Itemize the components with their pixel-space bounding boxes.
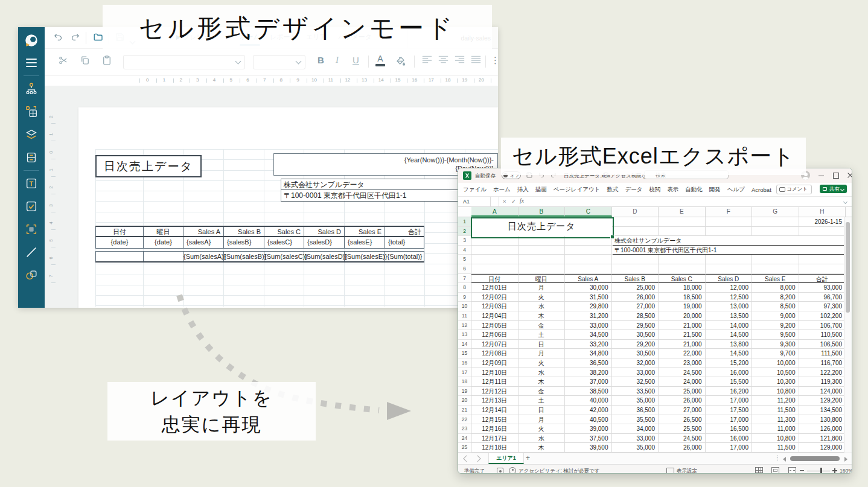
- sheet-cell[interactable]: [706, 227, 753, 237]
- sheet-cell[interactable]: 12月09日: [471, 358, 519, 368]
- sheet-cell[interactable]: 24,500: [659, 434, 706, 444]
- sheet-cell[interactable]: [519, 264, 566, 274]
- sheet-cell[interactable]: 38,500: [565, 387, 612, 396]
- designer-report-cell[interactable]: {Sum(salesC)}: [264, 252, 304, 261]
- sheet-cell[interactable]: 水: [519, 302, 566, 311]
- designer-report-cell[interactable]: {salesE}: [344, 237, 385, 248]
- sheet-cell[interactable]: 12月13日: [471, 396, 519, 406]
- sheet-cell[interactable]: 14,500: [706, 349, 753, 358]
- row-number[interactable]: 2: [458, 227, 471, 237]
- ribbon-tab-3[interactable]: 挿入: [517, 186, 529, 194]
- designer-report-cell[interactable]: Sales C: [264, 227, 304, 236]
- sheet-cell[interactable]: 12月14日: [471, 406, 519, 415]
- sheet-cell[interactable]: 126,000: [799, 424, 846, 434]
- designer-report-cell[interactable]: {Sum(salesB)}: [223, 252, 264, 261]
- sheet-cell[interactable]: 35,000: [612, 443, 659, 453]
- sheet-cell[interactable]: 93,000: [799, 283, 846, 293]
- row-number[interactable]: 15: [458, 349, 471, 358]
- sheet-cell[interactable]: 97,300: [799, 302, 846, 311]
- sheet-cell[interactable]: [659, 217, 706, 227]
- sheet-cell[interactable]: [471, 246, 519, 255]
- display-settings-label[interactable]: 表示設定: [677, 468, 697, 474]
- sheet-cell[interactable]: 火: [519, 358, 566, 368]
- sheet-cell[interactable]: 13,800: [706, 340, 753, 349]
- align-left-icon[interactable]: [422, 55, 432, 66]
- sheet-cell[interactable]: 火: [519, 293, 566, 302]
- zoom-slider[interactable]: [807, 471, 830, 471]
- sheet-cell[interactable]: 26,000: [659, 443, 706, 453]
- font-size-select[interactable]: [253, 55, 305, 69]
- ribbon-tab-10[interactable]: 自動化: [685, 186, 703, 194]
- sheet-cell[interactable]: 11,500: [752, 443, 799, 453]
- sheet-cell[interactable]: 40,500: [565, 415, 612, 425]
- row-number[interactable]: 4: [458, 246, 471, 255]
- ribbon-tab-8[interactable]: 校閲: [649, 186, 660, 194]
- designer-report-cell[interactable]: {salesD}: [304, 237, 344, 248]
- designer-report-cell[interactable]: Sales B: [223, 227, 264, 236]
- sheet-cell[interactable]: 110,500: [799, 330, 846, 340]
- ribbon-tab-7[interactable]: データ: [625, 186, 642, 194]
- sheet-cell[interactable]: 30,500: [612, 349, 659, 358]
- row-number[interactable]: 25: [458, 443, 471, 453]
- sheet-cell[interactable]: 12月04日: [471, 311, 519, 321]
- sheet-tab-active[interactable]: エリア1: [488, 453, 524, 464]
- sheet-cell[interactable]: 10,800: [752, 387, 799, 396]
- designer-report-cell[interactable]: {salesB}: [223, 237, 264, 248]
- sheet-cell[interactable]: 8,500: [752, 302, 799, 311]
- sheet-cell[interactable]: 27,000: [659, 406, 706, 415]
- sheet-cell[interactable]: 10,300: [752, 377, 799, 387]
- sheet-cell[interactable]: 12月08日: [471, 349, 519, 358]
- sheet-cell[interactable]: 12月07日: [471, 340, 519, 349]
- underline-button[interactable]: U: [353, 55, 359, 65]
- designer-report-cell[interactable]: {Sum(salesE)}: [344, 252, 385, 261]
- sheet-cell[interactable]: 12月06日: [471, 330, 519, 340]
- sheet-cell[interactable]: 18,000: [659, 283, 706, 293]
- sheet-cell[interactable]: 11,200: [752, 396, 799, 406]
- row-number[interactable]: 8: [458, 283, 471, 293]
- sheet-cell[interactable]: Sales C: [659, 274, 706, 284]
- macro-record-icon[interactable]: [497, 468, 503, 474]
- sheet-cell[interactable]: Sales E: [752, 274, 799, 284]
- sheet-cell[interactable]: 日: [519, 340, 566, 349]
- sheet-cell[interactable]: 33,000: [612, 368, 659, 378]
- close-button[interactable]: [847, 172, 852, 179]
- designer-report-cell[interactable]: {salesC}: [264, 237, 304, 248]
- zoom-slider-knob[interactable]: [820, 468, 822, 474]
- zoom-level[interactable]: 160%: [840, 468, 852, 474]
- sheet-cell[interactable]: 35,500: [612, 415, 659, 425]
- name-box[interactable]: A1: [458, 197, 491, 206]
- sheet-cell[interactable]: 16,000: [706, 368, 753, 378]
- report-title-cell[interactable]: 日次売上データ: [95, 155, 202, 177]
- sheet-cell[interactable]: [612, 264, 659, 274]
- sheet-cell[interactable]: 31,200: [565, 311, 612, 321]
- row-number[interactable]: 13: [458, 330, 471, 340]
- sheet-cell[interactable]: 水: [519, 434, 566, 444]
- sheet-cell[interactable]: 24,500: [659, 368, 706, 378]
- designer-report-cell[interactable]: {Sum(total)}: [385, 252, 424, 261]
- sheet-cell[interactable]: 月: [519, 283, 566, 293]
- sheet-cell[interactable]: 134,500: [799, 406, 846, 415]
- database-icon[interactable]: [22, 148, 41, 167]
- page-layout-view-icon[interactable]: [771, 467, 779, 474]
- sheet-cell[interactable]: 12月15日: [471, 415, 519, 425]
- sheet-cell[interactable]: [752, 264, 799, 274]
- page-break-view-icon[interactable]: [788, 467, 796, 474]
- sheet-cell[interactable]: 39,000: [565, 424, 612, 434]
- sheet-cell[interactable]: [752, 217, 799, 227]
- row-number[interactable]: 3: [458, 236, 471, 246]
- sheet-cell[interactable]: 25,000: [612, 283, 659, 293]
- vertical-scrollbar[interactable]: [844, 217, 852, 453]
- merged-title-cell[interactable]: 日次売上データ: [471, 217, 612, 236]
- sheet-cell[interactable]: 34,000: [612, 424, 659, 434]
- sheet-cell[interactable]: 土: [519, 396, 566, 406]
- ribbon-tab-13[interactable]: Acrobat: [752, 186, 771, 193]
- sheet-cell[interactable]: [565, 264, 612, 274]
- sheet-cell[interactable]: 17,000: [706, 415, 753, 425]
- sheet-cell[interactable]: [612, 255, 659, 264]
- sheet-cell[interactable]: 40,000: [565, 396, 612, 406]
- sheet-grid[interactable]: 12026-1-15234567日付曜日Sales ASales BSales …: [458, 217, 852, 453]
- shape-tool-icon[interactable]: [22, 266, 41, 284]
- sheet-cell[interactable]: [799, 255, 846, 264]
- sheet-cell[interactable]: [752, 227, 799, 237]
- sheet-cell[interactable]: 119,300: [799, 377, 846, 387]
